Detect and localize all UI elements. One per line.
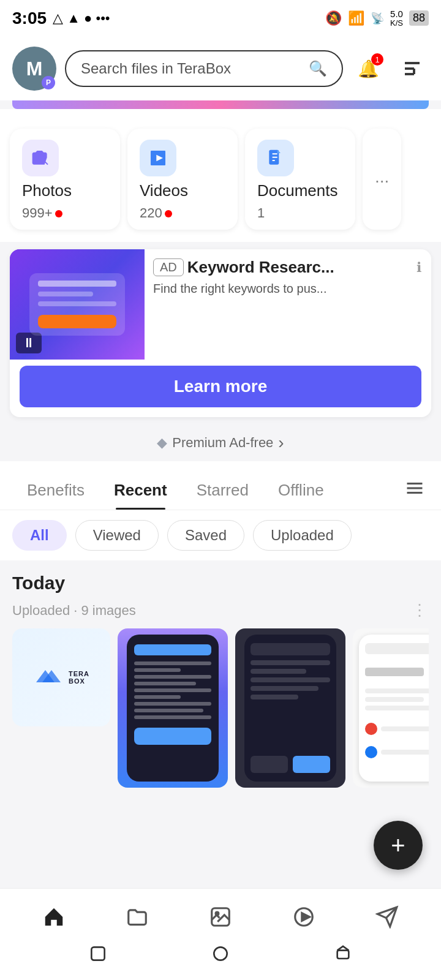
premium-label: Premium Ad-free	[172, 435, 273, 451]
upload-row: Uploaded · 9 images ⋮	[12, 601, 429, 620]
photos-label: Photos	[22, 181, 72, 200]
nav-photos[interactable]	[196, 899, 245, 935]
thumb-tos-screen[interactable]	[118, 628, 228, 788]
system-nav	[0, 940, 441, 974]
fab-add-button[interactable]: +	[374, 821, 423, 870]
image-grid: TERA BOX	[12, 628, 429, 794]
nav-play[interactable]	[279, 899, 328, 935]
videos-dot	[165, 210, 172, 217]
sort-button[interactable]	[396, 52, 429, 85]
thumb-permission-screen[interactable]	[235, 628, 345, 788]
search-placeholder-text: Search files in TeraBox	[81, 60, 303, 77]
avatar[interactable]: M P	[12, 47, 56, 91]
sort-icon	[401, 58, 423, 80]
app-header: M P Search files in TeraBox 🔍 🔔 1	[0, 37, 441, 100]
videos-count: 220	[140, 205, 172, 221]
learn-more-button[interactable]: Learn more	[20, 366, 421, 407]
filter-row: All Viewed Saved Uploaded	[0, 510, 441, 560]
filter-saved[interactable]: Saved	[167, 520, 244, 551]
notification-badge: 1	[371, 53, 383, 66]
tab-recent[interactable]: Recent	[99, 471, 182, 510]
upload-more-button[interactable]: ⋮	[412, 601, 429, 620]
recents-button[interactable]	[333, 944, 353, 968]
avatar-badge: P	[42, 76, 55, 89]
videos-label: Videos	[140, 181, 188, 200]
banner-strip	[12, 100, 429, 109]
tabs-row: Benefits Recent Starred Offline	[0, 461, 441, 510]
ad-badge: AD	[153, 258, 184, 276]
documents-icon	[257, 140, 294, 176]
svg-point-15	[214, 947, 227, 960]
ad-title: Keyword Researc...	[187, 258, 334, 277]
category-videos[interactable]: Videos 220	[127, 129, 238, 230]
ad-content: ⏸ AD Keyword Researc... ℹ Find the right…	[10, 249, 431, 360]
search-icon: 🔍	[309, 60, 327, 77]
svg-marker-13	[302, 913, 310, 921]
content-area: Today Uploaded · 9 images ⋮ TERA BOX	[0, 560, 441, 794]
premium-strip[interactable]: ◆ Premium Ad-free ›	[0, 424, 441, 461]
back-button[interactable]	[88, 944, 108, 968]
status-bar: 3:05 △ ▲ ● ••• 🔕 📶 📡 5.0 K/S 88	[0, 0, 441, 37]
ad-info-icon[interactable]: ℹ	[417, 260, 421, 276]
ad-section: ⏸ AD Keyword Researc... ℹ Find the right…	[10, 249, 431, 417]
wifi-icon: 📶	[348, 10, 364, 26]
nav-share[interactable]	[363, 899, 412, 935]
documents-count: 1	[257, 205, 265, 221]
category-more[interactable]: ···	[363, 129, 401, 230]
header-icons: 🔔 1	[352, 52, 429, 85]
categories-row: Photos 999+ Videos 220 Documents 1	[0, 114, 441, 242]
search-bar[interactable]: Search files in TeraBox 🔍	[65, 50, 343, 87]
nav-icons-row	[0, 889, 441, 940]
ad-tag-row: AD Keyword Researc... ℹ	[153, 258, 421, 277]
photos-count: 999+	[22, 205, 62, 221]
filter-all[interactable]: All	[12, 520, 67, 551]
nav-home[interactable]	[29, 899, 78, 935]
thumb-login-screen[interactable]	[353, 628, 429, 788]
mute-icon: 🔕	[325, 10, 342, 26]
signal-icon: 📡	[371, 12, 384, 25]
status-time: 3:05 △ ▲ ● •••	[12, 9, 110, 28]
ad-description: Find the right keywords to pus...	[153, 282, 421, 296]
premium-chevron: ›	[278, 433, 284, 453]
thumb-terabox-logo[interactable]: TERA BOX	[12, 628, 110, 726]
home-button[interactable]	[211, 944, 230, 968]
svg-rect-16	[337, 951, 349, 959]
photos-dot	[55, 210, 62, 217]
photos-icon	[22, 140, 59, 176]
tab-starred[interactable]: Starred	[182, 471, 263, 510]
filter-uploaded[interactable]: Uploaded	[253, 520, 352, 551]
videos-icon	[140, 140, 176, 176]
bottom-nav	[0, 888, 441, 980]
svg-rect-14	[91, 947, 104, 960]
documents-label: Documents	[257, 181, 338, 200]
category-photos[interactable]: Photos 999+	[10, 129, 120, 230]
status-right: 🔕 📶 📡 5.0 K/S 88	[325, 9, 429, 28]
tab-menu-button[interactable]	[401, 475, 429, 505]
nav-files[interactable]	[113, 899, 162, 935]
battery-indicator: 88	[409, 10, 429, 26]
diamond-icon: ◆	[157, 435, 167, 451]
section-date: Today	[12, 573, 429, 594]
filter-viewed[interactable]: Viewed	[75, 520, 159, 551]
terabox-logo-icon	[33, 664, 64, 688]
category-documents[interactable]: Documents 1	[245, 129, 355, 230]
ad-image: ⏸	[10, 249, 145, 360]
ad-text: AD Keyword Researc... ℹ Find the right k…	[153, 249, 431, 360]
notification-button[interactable]: 🔔 1	[352, 52, 385, 85]
more-dots-icon: ···	[375, 171, 389, 190]
status-icons: △ ▲ ● •••	[53, 10, 110, 26]
tab-offline[interactable]: Offline	[263, 471, 339, 510]
upload-info: Uploaded · 9 images	[12, 603, 136, 619]
network-speed: 5.0 K/S	[390, 9, 403, 28]
tab-benefits[interactable]: Benefits	[12, 471, 99, 510]
